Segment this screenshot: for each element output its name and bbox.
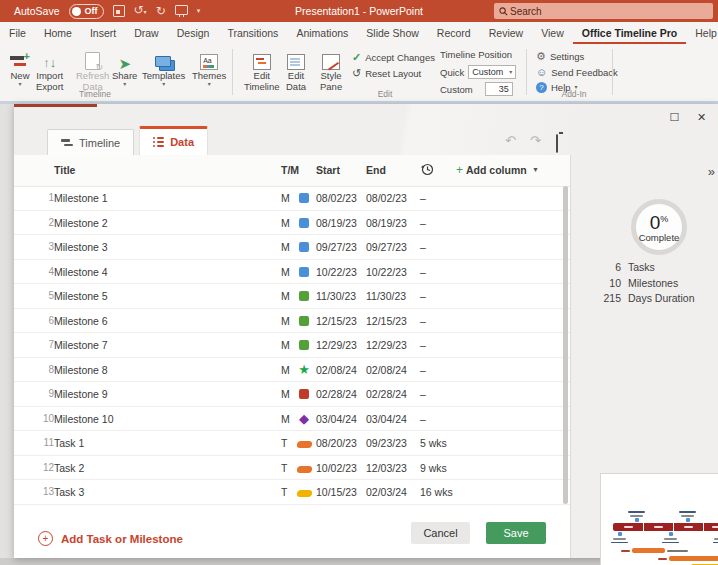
dialog-accent-bar bbox=[14, 104, 97, 107]
timeline-group-label: Timeline bbox=[40, 89, 150, 99]
table-row[interactable]: 8Milestone 8M★02/08/2402/08/24– bbox=[14, 358, 570, 383]
row-type: T bbox=[281, 486, 287, 498]
table-row[interactable]: 10Milestone 10M◆03/04/2403/04/24– bbox=[14, 407, 570, 432]
ribbon-tab-insert[interactable]: Insert bbox=[81, 23, 125, 44]
ribbon-tab-transitions[interactable]: Transitions bbox=[218, 23, 287, 44]
preview-milestone-date bbox=[681, 515, 694, 517]
table-row[interactable]: 13Task 3T10/15/2302/03/2416 wks bbox=[14, 480, 570, 505]
table-row[interactable]: 12Task 2T10/02/2312/03/239 wks bbox=[14, 456, 570, 481]
timeline-position-title: Timeline Position bbox=[440, 49, 512, 60]
row-duration: – bbox=[420, 290, 426, 302]
timeline-preview-thumbnail[interactable] bbox=[600, 473, 718, 565]
add-column-chevron-icon[interactable]: ▼ bbox=[532, 166, 539, 173]
templates-button[interactable]: Templates▾ bbox=[142, 48, 185, 87]
row-shape-icon bbox=[293, 487, 315, 499]
row-duration: 5 wks bbox=[420, 437, 447, 449]
refresh-data-button: Refresh Data bbox=[76, 48, 109, 92]
cancel-button[interactable]: Cancel bbox=[411, 522, 470, 544]
qat-customize-icon[interactable]: ▾ bbox=[197, 5, 201, 17]
share-button[interactable]: ➤ Share▾ bbox=[112, 48, 137, 87]
send-feedback-button[interactable]: ☺ Send Feedback bbox=[536, 66, 618, 78]
table-row[interactable]: 4Milestone 4M10/22/2310/22/23– bbox=[14, 260, 570, 285]
ribbon-tab-design[interactable]: Design bbox=[168, 23, 219, 44]
close-icon[interactable]: ✕ bbox=[694, 110, 709, 125]
col-tm[interactable]: T/M bbox=[281, 164, 299, 176]
ribbon-tab-review[interactable]: Review bbox=[480, 23, 532, 44]
row-end-date: 03/04/24 bbox=[366, 413, 407, 425]
quick-position-select[interactable]: Custom▾ bbox=[468, 65, 516, 79]
ribbon-tab-help[interactable]: Help bbox=[686, 23, 718, 44]
ribbon-tab-office-timeline-pro[interactable]: Office Timeline Pro bbox=[573, 23, 687, 44]
accept-changes-button[interactable]: ✓ Accept Changes bbox=[352, 51, 435, 64]
undo-icon[interactable]: ↺▾ bbox=[134, 4, 147, 18]
import-export-button[interactable]: ↑↓ Import Export bbox=[36, 48, 63, 92]
row-start-date: 12/29/23 bbox=[316, 339, 357, 351]
tab-data[interactable]: Data bbox=[139, 126, 208, 155]
themes-button[interactable]: Aa Themes▾ bbox=[192, 48, 226, 87]
row-start-date: 08/20/23 bbox=[316, 437, 357, 449]
col-start[interactable]: Start bbox=[316, 164, 340, 176]
table-scrollbar[interactable] bbox=[563, 186, 568, 504]
row-duration: – bbox=[420, 388, 426, 400]
stat-row: 6Tasks bbox=[571, 261, 718, 273]
preview-milestone-marker bbox=[618, 532, 622, 536]
row-shape-icon bbox=[293, 267, 315, 279]
row-duration: – bbox=[420, 241, 426, 253]
row-type: M bbox=[281, 364, 290, 376]
themes-icon: Aa bbox=[200, 54, 218, 70]
table-row[interactable]: 9Milestone 9M02/28/2402/28/24– bbox=[14, 382, 570, 407]
col-title[interactable]: Title bbox=[54, 164, 75, 176]
row-end-date: 11/30/23 bbox=[366, 290, 406, 302]
add-task-or-milestone-button[interactable]: + Add Task or Milestone bbox=[38, 531, 183, 546]
stat-row: 215Days Duration bbox=[571, 292, 718, 304]
ribbon-tab-view[interactable]: View bbox=[532, 23, 573, 44]
table-row[interactable]: 5Milestone 5M11/30/2311/30/23– bbox=[14, 284, 570, 309]
add-column-button[interactable]: Add column bbox=[466, 164, 527, 176]
settings-button[interactable]: ⚙ Settings bbox=[536, 50, 584, 63]
redo-icon[interactable]: ↻ bbox=[156, 5, 166, 17]
table-row[interactable]: 7Milestone 7M12/29/2312/29/23– bbox=[14, 333, 570, 358]
summary-panel: » 0% Complete 6Tasks10Milestones215Days … bbox=[570, 155, 718, 558]
tab-timeline[interactable]: Timeline bbox=[47, 129, 134, 155]
autosave-state: Off bbox=[85, 6, 98, 16]
ribbon-tab-animations[interactable]: Animations bbox=[287, 23, 357, 44]
dialog-redo-icon[interactable]: ↷ bbox=[530, 133, 541, 148]
row-duration: – bbox=[420, 217, 426, 229]
save-button[interactable]: Save bbox=[486, 522, 546, 544]
add-column-plus-icon[interactable]: + bbox=[456, 163, 463, 177]
autosave-toggle[interactable]: Off bbox=[69, 4, 104, 19]
row-start-date: 12/15/23 bbox=[316, 315, 357, 327]
row-number: 4 bbox=[14, 266, 54, 277]
ribbon-tab-file[interactable]: File bbox=[0, 23, 35, 44]
table-row[interactable]: 6Milestone 6M12/15/2312/15/23– bbox=[14, 309, 570, 334]
table-row[interactable]: 2Milestone 2M08/19/2308/19/23– bbox=[14, 211, 570, 236]
style-pane-button[interactable]: Style Pane bbox=[320, 48, 342, 92]
autosave-label: AutoSave bbox=[14, 5, 60, 17]
reset-layout-button[interactable]: ↺ Reset Layout bbox=[352, 67, 421, 80]
table-row[interactable]: 11Task 1T08/20/2309/23/235 wks bbox=[14, 431, 570, 456]
table-row[interactable]: 3Milestone 3M09/27/2309/27/23– bbox=[14, 235, 570, 260]
row-shape-icon: ★ bbox=[293, 365, 315, 375]
row-title: Milestone 4 bbox=[54, 266, 108, 278]
new-timeline-icon: + bbox=[10, 54, 30, 70]
clipboard-icon[interactable] bbox=[556, 134, 558, 153]
ribbon-tab-draw[interactable]: Draw bbox=[125, 23, 168, 44]
duration-column-icon[interactable] bbox=[420, 162, 434, 178]
new-button[interactable]: + New▾ bbox=[10, 48, 30, 87]
save-icon[interactable] bbox=[113, 5, 125, 17]
dialog-undo-icon[interactable]: ↶ bbox=[505, 133, 516, 148]
slideshow-icon[interactable] bbox=[175, 5, 188, 15]
ribbon-tab-home[interactable]: Home bbox=[35, 23, 81, 44]
col-end[interactable]: End bbox=[366, 164, 386, 176]
maximize-icon[interactable]: ☐ bbox=[667, 110, 682, 125]
row-number: 8 bbox=[14, 364, 54, 375]
row-title: Milestone 8 bbox=[54, 364, 108, 376]
table-row[interactable]: 1Milestone 1M08/02/2308/02/23– bbox=[14, 186, 570, 211]
search-input[interactable]: Search bbox=[494, 3, 713, 19]
ribbon-tab-record[interactable]: Record bbox=[428, 23, 480, 44]
edit-timeline-button[interactable]: Edit Timeline bbox=[244, 48, 280, 92]
collapse-panel-icon[interactable]: » bbox=[708, 164, 712, 179]
edit-data-button[interactable]: Edit Data bbox=[286, 48, 306, 92]
row-title: Milestone 10 bbox=[54, 413, 114, 425]
ribbon-tab-slide-show[interactable]: Slide Show bbox=[357, 23, 428, 44]
